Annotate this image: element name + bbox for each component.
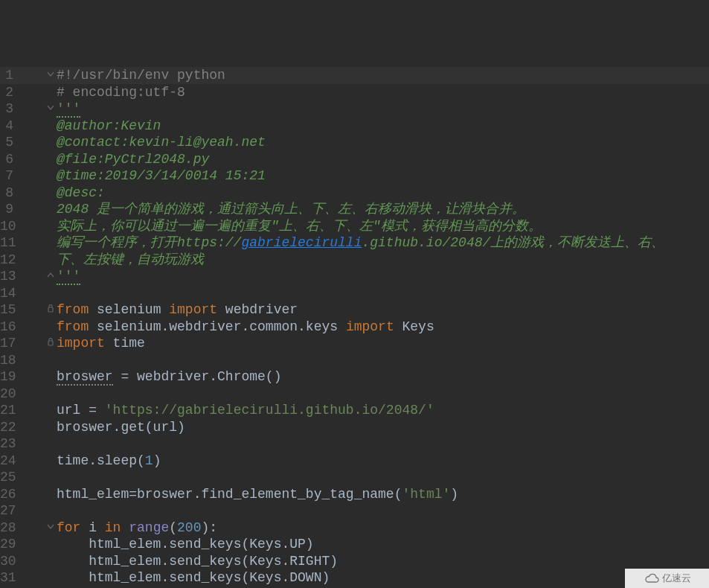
code-content[interactable]: 实际上，你可以通过一遍一遍的重复"上、右、下、左"模式，获得相当高的分数。 — [57, 218, 709, 235]
code-token: @contact:kevin-li@yeah.net — [57, 135, 266, 150]
code-content[interactable]: #!/usr/bin/env python — [57, 67, 709, 84]
code-line[interactable]: 20 — [0, 386, 709, 403]
code-content[interactable]: html_elem.send_keys(Keys.RIGHT) — [57, 553, 709, 570]
code-line[interactable]: 13''' — [0, 268, 709, 285]
code-line[interactable]: 8@desc: — [0, 185, 709, 202]
line-number: 17 — [0, 335, 13, 352]
code-line[interactable]: 15from selenium import webdriver — [0, 301, 709, 319]
code-line[interactable]: 12下、左按键，自动玩游戏 — [0, 252, 709, 269]
code-content[interactable]: for i in range(200): — [57, 520, 709, 537]
code-content[interactable] — [57, 386, 709, 403]
code-line[interactable]: 24time.sleep(1) — [0, 453, 709, 470]
code-line[interactable]: 21url = 'https://gabrielecirulli.github.… — [0, 402, 709, 419]
code-content[interactable]: 下、左按键，自动玩游戏 — [57, 252, 709, 269]
code-content[interactable]: broswer.get(url) — [57, 419, 709, 436]
code-token: 200 — [177, 520, 201, 535]
gutter-fold-cell — [13, 118, 57, 135]
code-content[interactable]: from selenium.webdriver.common.keys impo… — [57, 319, 709, 336]
code-content[interactable] — [57, 435, 709, 453]
gutter-fold-cell[interactable] — [13, 100, 57, 118]
code-line[interactable]: 1#!/usr/bin/env python — [0, 67, 709, 84]
code-token: import — [57, 336, 105, 351]
code-token: selenium — [89, 302, 169, 317]
code-line[interactable]: 29 html_elem.send_keys(Keys.UP) — [0, 536, 709, 553]
line-number: 2 — [0, 84, 13, 101]
code-content[interactable]: import time — [57, 335, 709, 352]
code-line[interactable]: 28for i in range(200): — [0, 520, 709, 537]
code-content[interactable]: @time:2019/3/14/0014 15:21 — [57, 167, 709, 185]
code-line[interactable]: 17import time — [0, 335, 709, 352]
fold-collapse-icon[interactable] — [46, 103, 55, 112]
code-line[interactable]: 14 — [0, 285, 709, 302]
code-line[interactable]: 19broswer = webdriver.Chrome() — [0, 368, 709, 386]
code-line[interactable]: 6@file:PyCtrl2048.py — [0, 151, 709, 168]
gutter-fold-cell[interactable] — [13, 520, 57, 537]
code-content[interactable] — [57, 285, 709, 302]
code-line[interactable]: 3''' — [0, 100, 709, 118]
line-number: 10 — [0, 218, 13, 235]
code-line[interactable]: 22broswer.get(url) — [0, 419, 709, 436]
fold-collapse-icon[interactable] — [46, 523, 55, 531]
code-content[interactable]: time.sleep(1) — [57, 453, 709, 470]
gutter-fold-cell — [13, 536, 57, 553]
code-line[interactable]: 25 — [0, 469, 709, 486]
code-line[interactable]: 18 — [0, 352, 709, 369]
line-number: 14 — [0, 285, 13, 302]
code-line[interactable]: 26html_elem=broswer.find_element_by_tag_… — [0, 486, 709, 503]
code-line[interactable]: 31 html_elem.send_keys(Keys.DOWN) — [0, 569, 709, 587]
code-content[interactable]: # encoding:utf-8 — [57, 84, 709, 101]
gutter-fold-cell[interactable] — [13, 67, 57, 84]
code-content[interactable]: from selenium import webdriver — [57, 301, 709, 319]
code-content[interactable]: ''' — [57, 268, 709, 285]
code-editor-viewport[interactable]: { "watermark": { "label": "亿速云" }, "line… — [0, 0, 709, 588]
code-token: import — [169, 302, 217, 317]
code-content[interactable]: 编写一个程序，打开https://gabrielecirulli.github.… — [57, 234, 709, 252]
gutter-fold-cell — [13, 319, 57, 336]
code-line[interactable]: 4@author:Kevin — [0, 118, 709, 135]
gutter-fold-cell — [13, 368, 57, 386]
code-line[interactable]: 30 html_elem.send_keys(Keys.RIGHT) — [0, 553, 709, 570]
line-number: 30 — [0, 553, 13, 570]
code-content[interactable]: url = 'https://gabrielecirulli.github.io… — [57, 402, 709, 419]
code-content[interactable]: @contact:kevin-li@yeah.net — [57, 134, 709, 151]
code-content[interactable]: html_elem.send_keys(Keys.UP) — [57, 536, 709, 553]
gutter-fold-cell[interactable] — [13, 335, 57, 352]
code-token: for — [57, 520, 80, 535]
code-content[interactable]: html_elem.send_keys(Keys.DOWN) — [57, 569, 709, 587]
gutter-fold-cell — [13, 201, 57, 218]
code-token: ''' — [57, 101, 80, 118]
code-line[interactable]: 7@time:2019/3/14/0014 15:21 — [0, 167, 709, 185]
gutter-fold-cell[interactable] — [13, 268, 57, 285]
code-line[interactable]: 27 — [0, 502, 709, 520]
line-number: 27 — [0, 502, 13, 520]
code-content[interactable] — [57, 502, 709, 520]
code-line[interactable]: 92048 是一个简单的游戏，通过箭头向上、下、左、右移动滑块，让滑块合并。 — [0, 201, 709, 218]
fold-end-icon[interactable] — [46, 271, 55, 280]
code-token: html_elem.send_keys(Keys.UP) — [57, 537, 314, 552]
code-content[interactable]: @file:PyCtrl2048.py — [57, 151, 709, 168]
code-line[interactable]: 2# encoding:utf-8 — [0, 84, 709, 101]
line-number: 20 — [0, 386, 13, 403]
code-line[interactable]: 10实际上，你可以通过一遍一遍的重复"上、右、下、左"模式，获得相当高的分数。 — [0, 218, 709, 235]
code-content[interactable]: @author:Kevin — [57, 118, 709, 135]
code-token: from — [57, 319, 89, 334]
gutter-fold-cell[interactable] — [13, 301, 57, 319]
code-token: html_elem=broswer.find_element_by_tag_na… — [57, 487, 402, 502]
code-line[interactable]: 16from selenium.webdriver.common.keys im… — [0, 319, 709, 336]
code-line[interactable]: 23 — [0, 435, 709, 453]
code-content[interactable]: html_elem=broswer.find_element_by_tag_na… — [57, 486, 709, 503]
code-content[interactable] — [57, 469, 709, 486]
line-number: 15 — [0, 301, 13, 319]
gutter-fold-cell — [13, 419, 57, 436]
code-content[interactable]: @desc: — [57, 185, 709, 202]
gutter-fold-cell — [13, 84, 57, 101]
fold-region-icon[interactable] — [46, 338, 55, 347]
code-content[interactable] — [57, 352, 709, 369]
code-content[interactable]: broswer = webdriver.Chrome() — [57, 368, 709, 386]
code-content[interactable]: 2048 是一个简单的游戏，通过箭头向上、下、左、右移动滑块，让滑块合并。 — [57, 201, 709, 218]
fold-region-icon[interactable] — [46, 304, 55, 313]
fold-collapse-icon[interactable] — [46, 70, 55, 79]
code-content[interactable]: ''' — [57, 100, 709, 118]
code-line[interactable]: 5@contact:kevin-li@yeah.net — [0, 134, 709, 151]
code-line[interactable]: 11编写一个程序，打开https://gabrielecirulli.githu… — [0, 234, 709, 252]
